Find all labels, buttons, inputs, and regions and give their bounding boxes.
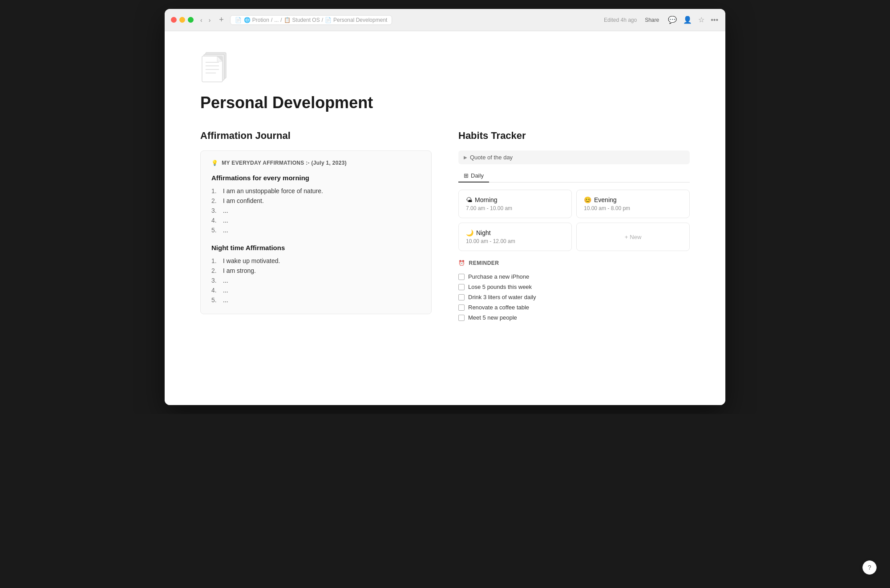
triangle-icon: ▶ [464,155,467,160]
breadcrumb-icon: 🌐 [244,17,251,23]
list-item: Lose 5 pounds this week [458,282,690,292]
morning-affirmation-title: Affirmations for every morning [211,174,421,182]
new-habit-label: New [630,234,641,240]
night-affirmation-title: Night time Affirmations [211,244,421,251]
reminder-item-1: Purchase a new iPhone [468,273,529,280]
traffic-lights [171,17,194,23]
new-habit-button[interactable]: + New [576,223,690,251]
evening-habit-card[interactable]: 😊 Evening 10.00 am - 8.00 pm [576,190,690,218]
morning-item-3: ... [223,207,228,214]
morning-card-header: 🌤 Morning [466,196,564,203]
breadcrumb-page: Personal Development [333,17,387,23]
list-item: Purchase a new iPhone [458,272,690,282]
checkbox-4[interactable] [458,304,465,311]
night-time: 10.00 am - 12.00 am [466,238,564,244]
evening-time: 10.00 am - 8.00 pm [584,205,682,211]
breadcrumb-ellipsis[interactable]: ... [274,17,279,23]
reminder-section: ⏰ REMINDER Purchase a new iPhone Lose 5 … [458,260,690,323]
title-bar: ‹ › + 📄 🌐 Protion / ... / 📋 Student OS /… [165,9,725,31]
affirmation-journal-title: Affirmation Journal [200,130,432,142]
breadcrumb-page-icon: 📄 [325,17,332,23]
night-item-2: I am strong. [223,267,256,274]
list-item: 4. ... [211,285,421,295]
breadcrumb-student-os[interactable]: Student OS [292,17,320,23]
checkbox-2[interactable] [458,284,465,290]
evening-card-header: 😊 Evening [584,196,682,203]
affirmation-journal-section: Affirmation Journal 💡 MY EVERYDAY AFFIRM… [200,130,432,323]
breadcrumb-student-os-icon: 📋 [284,17,291,23]
night-item-5: ... [223,296,228,304]
breadcrumb-protion[interactable]: Protion [252,17,269,23]
share-button[interactable]: Share [641,16,663,24]
morning-time: 7.00 am - 10.00 am [466,205,564,211]
habits-grid: 🌤 Morning 7.00 am - 10.00 am 😊 Evening 1… [458,190,690,251]
affirmation-header-text: MY EVERYDAY AFFIRMATIONS :- (July 1, 202… [222,160,347,166]
comment-icon-button[interactable]: 💬 [667,15,678,25]
maximize-button[interactable] [188,17,194,23]
list-item: 2. I am confident. [211,196,421,206]
reminder-item-5: Meet 5 new people [468,314,517,321]
reminder-item-3: Drink 3 liters of water daily [468,294,536,300]
breadcrumb: 🌐 Protion / ... / 📋 Student OS / 📄 Perso… [244,17,388,23]
tab-daily-label: Daily [471,172,484,179]
active-tab[interactable]: 📄 🌐 Protion / ... / 📋 Student OS / 📄 Per… [230,15,392,25]
plus-icon: + [625,234,628,240]
more-options-button[interactable]: ••• [710,15,719,25]
reminder-header: ⏰ REMINDER [458,260,690,266]
edited-timestamp: Edited 4h ago [604,17,637,23]
user-icon-button[interactable]: 👤 [682,15,693,25]
list-item: 5. ... [211,225,421,235]
morning-item-1: I am an unstoppable force of nature. [223,187,323,195]
evening-label: Evening [594,196,617,203]
night-label: Night [476,229,491,236]
page-title: Personal Development [200,93,690,112]
evening-emoji: 😊 [584,196,591,203]
minimize-button[interactable] [179,17,185,23]
morning-label: Morning [475,196,498,203]
checkbox-1[interactable] [458,274,465,280]
affirmation-card: 💡 MY EVERYDAY AFFIRMATIONS :- (July 1, 2… [200,150,432,314]
morning-emoji: 🌤 [466,196,472,203]
list-item: 2. I am strong. [211,266,421,276]
quote-label: Quote of the day [470,154,513,161]
morning-item-5: ... [223,227,228,234]
night-item-1: I wake up motivated. [223,257,280,264]
night-affirmation-list: 1. I wake up motivated. 2. I am strong. … [211,256,421,305]
close-button[interactable] [171,17,177,23]
two-column-layout: Affirmation Journal 💡 MY EVERYDAY AFFIRM… [200,130,690,323]
list-item: 4. ... [211,215,421,225]
list-item: 5. ... [211,295,421,305]
tabs-bar: ⊞ Daily [458,170,690,182]
page-content: Personal Development Affirmation Journal… [165,31,725,405]
morning-item-2: I am confident. [223,197,264,204]
reminder-icon: ⏰ [458,260,465,266]
checkbox-5[interactable] [458,315,465,321]
star-icon-button[interactable]: ☆ [697,15,705,25]
morning-affirmation-list: 1. I am an unstoppable force of nature. … [211,186,421,235]
list-item: 1. I wake up motivated. [211,256,421,266]
lightbulb-icon: 💡 [211,160,218,166]
forward-button[interactable]: › [206,16,213,24]
night-emoji: 🌙 [466,229,473,236]
habits-tracker-title: Habits Tracker [458,130,690,142]
list-item: Drink 3 liters of water daily [458,292,690,302]
night-habit-card[interactable]: 🌙 Night 10.00 am - 12.00 am [458,223,572,251]
morning-habit-card[interactable]: 🌤 Morning 7.00 am - 10.00 am [458,190,572,218]
back-button[interactable]: ‹ [198,16,205,24]
night-card-header: 🌙 Night [466,229,564,236]
reminder-list: Purchase a new iPhone Lose 5 pounds this… [458,272,690,323]
affirmation-header: 💡 MY EVERYDAY AFFIRMATIONS :- (July 1, 2… [211,160,421,166]
list-item: 3. ... [211,276,421,285]
new-tab-button[interactable]: + [217,15,226,24]
page-icon [200,49,690,86]
checkbox-3[interactable] [458,294,465,300]
morning-item-4: ... [223,217,228,224]
grid-icon: ⊞ [464,172,469,179]
tab-daily[interactable]: ⊞ Daily [458,170,489,182]
quote-of-day-row[interactable]: ▶ Quote of the day [458,150,690,164]
title-bar-actions: Edited 4h ago Share 💬 👤 ☆ ••• [604,15,719,25]
nav-buttons: ‹ › [198,16,213,24]
reminder-item-4: Renovate a coffee table [468,304,529,311]
browser-window: ‹ › + 📄 🌐 Protion / ... / 📋 Student OS /… [165,9,725,405]
night-item-4: ... [223,287,228,294]
